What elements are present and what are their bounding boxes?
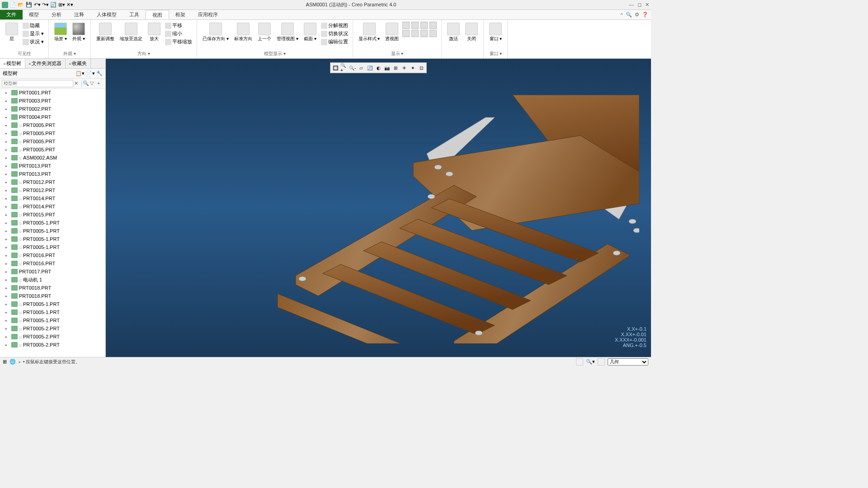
zoom-in-icon[interactable]: 🔍+: [340, 64, 348, 72]
tree-node[interactable]: ▸◻PRT0012.PRT: [0, 178, 105, 186]
saved-view-icon[interactable]: 📷: [383, 64, 391, 72]
ribbon-button[interactable]: 已保存方向 ▾: [201, 22, 231, 42]
tree-node[interactable]: ▸◻PRT0005-1.PRT: [0, 308, 105, 316]
tree-node[interactable]: ▸◻电动机 1: [0, 276, 105, 284]
help-icon[interactable]: ❓: [642, 12, 648, 18]
maximize-button[interactable]: ◻: [637, 2, 642, 8]
tree-node[interactable]: ▸PRT0004.PRT: [0, 113, 105, 121]
nav-tab-star[interactable]: ▫收藏夹: [66, 59, 91, 68]
tree-node[interactable]: ▸◻PRT0005-1.PRT: [0, 243, 105, 251]
tree-node[interactable]: ▸◻PRT0005-2.PRT: [0, 324, 105, 333]
close-win-icon[interactable]: ✕▾: [66, 1, 73, 9]
tree-node[interactable]: ▸PRT0017.PRT: [0, 267, 105, 276]
ribbon-tab-1[interactable]: 分析: [45, 10, 68, 19]
regen-icon[interactable]: 🔄: [50, 1, 57, 9]
clear-icon[interactable]: ✕: [74, 80, 80, 87]
find-icon[interactable]: 🔍: [83, 80, 89, 87]
windows-icon[interactable]: ⊞▾: [58, 1, 65, 9]
ribbon-small-button[interactable]: 状况 ▾: [22, 38, 45, 46]
display-style-icon[interactable]: ◐: [374, 64, 382, 72]
tree-node[interactable]: ▸◻PRT0016.PRT: [0, 259, 105, 267]
ribbon-tab-6[interactable]: 框架: [169, 10, 192, 19]
tree-node[interactable]: ▸◻PRT0015.PRT: [0, 211, 105, 219]
datum-toggle[interactable]: [411, 22, 419, 29]
tree-node[interactable]: ▸◻PRT0016.PRT: [0, 251, 105, 259]
ribbon-tab-2[interactable]: 注释: [68, 10, 90, 19]
datum-toggle[interactable]: [420, 30, 428, 37]
app-icon[interactable]: [2, 2, 8, 8]
ribbon-small-button[interactable]: 缩小: [164, 30, 193, 38]
ribbon-button[interactable]: 截面 ▾: [302, 22, 318, 42]
datum-toggle[interactable]: [411, 30, 419, 37]
tree-node[interactable]: ▸◻PRT0005.PRT: [0, 129, 105, 137]
ribbon-button[interactable]: 透视图: [383, 22, 401, 42]
ribbon-button[interactable]: 激活: [445, 22, 462, 42]
nav-tab-tree[interactable]: ▫模型树: [0, 59, 25, 68]
new-icon[interactable]: 📄: [9, 1, 16, 9]
sb-btn2[interactable]: [598, 358, 605, 366]
ribbon-button[interactable]: 窗口 ▾: [487, 22, 504, 42]
tree-node[interactable]: ▸◻PRT0005-1.PRT: [0, 235, 105, 243]
datum-toggle[interactable]: [420, 22, 428, 29]
file-menu[interactable]: 文件: [0, 10, 23, 19]
ribbon-tab-4[interactable]: 工具: [123, 10, 146, 19]
tree-node[interactable]: ▸◻PRT0005.PRT: [0, 145, 105, 154]
axis-icon[interactable]: ✦: [409, 64, 417, 72]
ribbon-button[interactable]: 关闭: [463, 22, 480, 42]
tree-node[interactable]: ▸◻PRT0014.PRT: [0, 202, 105, 211]
tree-options[interactable]: 📋▾ 📄▾ 🔧: [75, 70, 103, 76]
refit-icon[interactable]: 🔲: [331, 64, 340, 72]
tree-node[interactable]: ▸PRT0013.PRT: [0, 162, 105, 170]
tree-node[interactable]: ▸◻PRT0005-1.PRT: [0, 227, 105, 235]
annotation-icon[interactable]: ✳: [400, 64, 408, 72]
ribbon-small-button[interactable]: 显示 ▾: [22, 30, 45, 38]
tree-node[interactable]: ▸◻ASM0002.ASM: [0, 154, 105, 162]
search-icon[interactable]: 🔍: [626, 12, 632, 18]
add-icon[interactable]: +: [97, 80, 104, 87]
ribbon-button[interactable]: 场景 ▾: [52, 22, 69, 42]
datum-toggle[interactable]: [429, 22, 437, 29]
tree-node[interactable]: ▸◻PRT0005.PRT: [0, 121, 105, 129]
ribbon-small-button[interactable]: 切换状况: [320, 30, 349, 38]
minimize-button[interactable]: —: [629, 2, 634, 8]
repaint-icon[interactable]: ▱: [357, 64, 365, 72]
tree-node[interactable]: ▸◻PRT0005-2.PRT: [0, 333, 105, 341]
ribbon-button[interactable]: 上一个: [256, 22, 273, 42]
ribbon-small-button[interactable]: 分解视图: [320, 22, 349, 29]
close-button[interactable]: ✕: [645, 2, 649, 8]
tree-node[interactable]: ▸◻PRT0005-1.PRT: [0, 316, 105, 324]
ribbon-tab-0[interactable]: 模型: [23, 10, 45, 19]
model-tree[interactable]: ▸PRT0001.PRT▸PRT0003.PRT▸PRT0002.PRT▸PRT…: [0, 89, 105, 357]
ribbon-tab-3[interactable]: 人体模型: [90, 10, 123, 19]
tree-node[interactable]: ▸◻PRT0005-2.PRT: [0, 341, 105, 349]
ribbon-button[interactable]: 标准方向: [232, 22, 254, 42]
tree-node[interactable]: ▸◻PRT0014.PRT: [0, 194, 105, 202]
ribbon-tab-7[interactable]: 应用程序: [192, 10, 224, 19]
filter-icon[interactable]: ▽: [90, 80, 96, 87]
point-icon[interactable]: ⊡: [417, 64, 425, 72]
ribbon-button[interactable]: 外观 ▾: [71, 22, 87, 42]
tree-node[interactable]: ▸◻PRT0005-1.PRT: [0, 300, 105, 308]
ribbon-button[interactable]: 显示样式 ▾: [357, 22, 382, 42]
ribbon-button[interactable]: 缩放至选定: [118, 22, 144, 42]
nav-tab-folder[interactable]: ▫文件夹浏览器: [25, 59, 66, 68]
sb-btn1[interactable]: [576, 358, 583, 366]
redo-icon[interactable]: ↷▾: [42, 1, 49, 9]
tree-node[interactable]: ▸◻PRT0005.PRT: [0, 137, 105, 145]
tree-node[interactable]: ▸PRT0003.PRT: [0, 97, 105, 105]
datum-toggle[interactable]: [402, 30, 410, 37]
settings-icon[interactable]: ⚙: [635, 12, 639, 18]
tree-node[interactable]: ▸PRT0013.PRT: [0, 170, 105, 178]
sb-icon[interactable]: ▫: [19, 359, 20, 365]
ribbon-small-button[interactable]: 隐藏: [22, 22, 45, 29]
tree-node[interactable]: ▸◻PRT0012.PRT: [0, 186, 105, 194]
datum-toggle[interactable]: [402, 22, 410, 29]
search-input[interactable]: [2, 80, 73, 87]
undo-icon[interactable]: ↶▾: [33, 1, 41, 9]
graphics-viewport[interactable]: 🔲 🔍+ 🔍- ▱ 🔄 ◐ 📷 ⊞ ✳ ✦ ⊡: [106, 59, 651, 357]
open-icon[interactable]: 📂: [17, 1, 24, 9]
tree-node[interactable]: ▸PRT0018.PRT: [0, 284, 105, 292]
save-icon[interactable]: 💾: [25, 1, 33, 9]
ribbon-tab-5[interactable]: 视图: [146, 10, 169, 19]
ribbon-small-button[interactable]: 平移缩放: [164, 38, 193, 46]
